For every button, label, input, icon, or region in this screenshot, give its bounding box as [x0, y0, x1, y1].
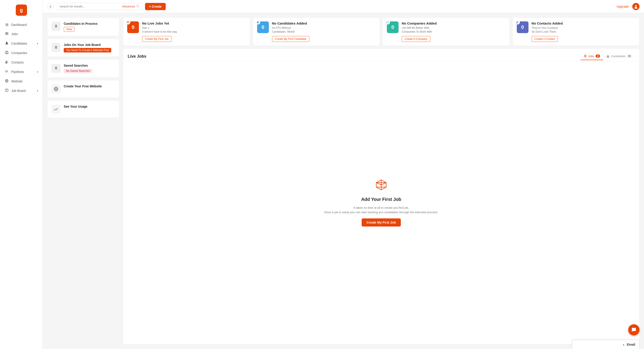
svg-rect-29 — [388, 22, 388, 22]
upgrade-link[interactable]: Upgrade — [616, 5, 629, 8]
live-jobs-body: Add Your First Job It takes no time at a… — [123, 61, 639, 344]
search-icon — [136, 4, 140, 8]
live-jobs-tabs: Jobs 0 Candidates 0 — [580, 53, 635, 60]
empty-job-desc: It takes no time at all to create you fi… — [324, 206, 438, 215]
sidebar-label-pipelines: Pipelines — [11, 70, 24, 74]
sidebar-nav: ⊞ Dashboard Jobs Candidates ▾ Companies — [0, 20, 42, 95]
email-widget-label: Email — [627, 343, 635, 346]
email-widget[interactable]: ▲ Email — [572, 340, 640, 349]
candidates-count-badge: 0 — [257, 22, 269, 33]
jobs-stat-card: 0 No Live Jobs Yet Sad :( It doesn't hav… — [123, 18, 250, 46]
user-avatar[interactable] — [632, 3, 640, 10]
sidebar-item-job-board[interactable]: Job Board ▾ — [2, 86, 41, 95]
search-input[interactable] — [60, 5, 122, 8]
chat-button[interactable] — [628, 324, 640, 336]
sidebar-item-dashboard[interactable]: ⊞ Dashboard — [2, 20, 41, 29]
saved-searches-body: Saved Searches No Saved Searches — [64, 64, 115, 73]
candidates-icon — [4, 41, 9, 46]
create-first-job-btn[interactable]: Create My First Job — [142, 36, 172, 42]
svg-rect-32 — [584, 55, 586, 56]
companies-stat-title: No Companies Added — [402, 22, 506, 25]
svg-rect-2 — [5, 34, 8, 35]
usage-chart-icon — [52, 105, 60, 114]
create-company-btn[interactable]: Create A Company — [402, 36, 430, 42]
live-jobs-header: Live Jobs Jobs 0 Candidates 0 — [123, 49, 639, 60]
live-jobs-title: Live Jobs — [128, 54, 146, 59]
contacts-stat-desc: They're Your Contacts So Don't Lose Them… — [532, 26, 636, 34]
jobs-stat-title: No Live Jobs Yet — [142, 22, 246, 25]
sidebar-item-candidates[interactable]: Candidates ▾ — [2, 39, 41, 48]
sidebar-label-website: Website — [11, 80, 22, 83]
jobs-stat-body: No Live Jobs Yet Sad :( It doesn't have … — [142, 22, 246, 42]
svg-point-10 — [7, 61, 8, 62]
job-board-jobs-count: 0 — [52, 43, 60, 52]
contacts-icon — [4, 60, 9, 64]
empty-job-icon — [375, 179, 387, 193]
svg-rect-25 — [127, 23, 129, 23]
jobs-count-badge: 0 — [127, 22, 139, 33]
svg-rect-6 — [7, 52, 8, 53]
create-contact-btn[interactable]: Create A Contact — [532, 36, 558, 42]
search-bar: Advanced — [57, 3, 142, 10]
back-button[interactable] — [47, 3, 54, 10]
svg-rect-28 — [387, 22, 388, 22]
see-usage-card[interactable]: See Your Usage — [47, 100, 119, 118]
sidebar: g ⊞ Dashboard Jobs Candidates ▾ Companie… — [0, 0, 43, 349]
create-button[interactable]: + Create — [145, 3, 166, 10]
right-column: 0 No Live Jobs Yet Sad :( It doesn't hav… — [123, 18, 640, 344]
sidebar-item-pipelines[interactable]: Pipelines ▾ — [2, 67, 41, 76]
svg-rect-14 — [6, 89, 8, 92]
content-area: 0 Candidates In Process View 0 Jobs On Y… — [43, 13, 644, 349]
sidebar-item-contacts[interactable]: Contacts — [2, 58, 41, 67]
candidates-stat-card: 0 No Candidates Added An ATS Without Can… — [253, 18, 380, 46]
sidebar-item-website[interactable]: Website — [2, 77, 41, 86]
svg-point-30 — [516, 21, 518, 22]
svg-rect-5 — [6, 52, 6, 53]
sidebar-label-candidates: Candidates — [11, 42, 27, 45]
svg-rect-0 — [5, 32, 8, 33]
empty-create-job-btn[interactable]: Create My First Job — [362, 218, 401, 226]
candidates-stat-desc: An ATS Without Candidates. Weird! — [272, 26, 376, 34]
saved-searches-count: 0 — [52, 64, 60, 73]
job-board-create-website-btn[interactable]: You Need To Create A Website First — [64, 48, 111, 52]
sidebar-item-companies[interactable]: Companies — [2, 48, 41, 58]
tab-jobs-label: Jobs — [588, 54, 594, 58]
candidates-in-process-card: 0 Candidates In Process View — [47, 18, 119, 36]
svg-rect-1 — [5, 33, 8, 34]
svg-point-9 — [6, 61, 7, 62]
candidates-process-view-btn[interactable]: View — [64, 27, 74, 32]
sidebar-label-companies: Companies — [11, 51, 27, 55]
left-column: 0 Candidates In Process View 0 Jobs On Y… — [47, 18, 119, 344]
saved-searches-title: Saved Searches — [64, 64, 115, 67]
main-area: Advanced + Create Upgrade 0 Candidates I… — [43, 0, 644, 349]
candidates-stat-body: No Candidates Added An ATS Without Candi… — [272, 22, 376, 42]
tab-candidates-label: Candidates — [611, 54, 626, 58]
companies-badge-icon — [385, 20, 390, 24]
svg-rect-8 — [7, 53, 8, 54]
create-first-candidate-btn[interactable]: Create My First Candidate — [272, 36, 310, 42]
stats-row: 0 No Live Jobs Yet Sad :( It doesn't hav… — [123, 18, 640, 46]
sidebar-item-jobs[interactable]: Jobs — [2, 30, 41, 38]
tab-jobs-count: 0 — [596, 54, 600, 58]
empty-job-title: Add Your First Job — [361, 197, 401, 202]
tab-candidates[interactable]: Candidates 0 — [603, 53, 635, 60]
svg-point-31 — [518, 22, 518, 22]
pipelines-icon — [4, 70, 9, 74]
email-chevron-icon: ▲ — [622, 343, 625, 346]
candidates-process-body: Candidates In Process View — [64, 22, 115, 32]
create-website-card[interactable]: Create Your Free Website — [47, 80, 119, 98]
advanced-search-link[interactable]: Advanced — [122, 5, 135, 8]
jobs-icon — [4, 32, 9, 36]
companies-stat-body: No Companies Added Life Will Be Better W… — [402, 22, 506, 42]
app-logo[interactable]: g — [16, 4, 27, 16]
live-jobs-panel: Live Jobs Jobs 0 Candidates 0 — [123, 48, 640, 344]
website-icon — [4, 79, 9, 84]
tab-jobs[interactable]: Jobs 0 — [580, 53, 604, 60]
job-board-icon — [4, 88, 9, 93]
svg-rect-23 — [127, 21, 129, 22]
see-usage-label: See Your Usage — [64, 105, 115, 108]
dashboard-icon: ⊞ — [4, 22, 9, 27]
svg-point-19 — [635, 5, 637, 6]
website-settings-icon — [52, 84, 60, 94]
companies-stat-desc: Life Will Be Better With Companies To Wo… — [402, 26, 506, 34]
